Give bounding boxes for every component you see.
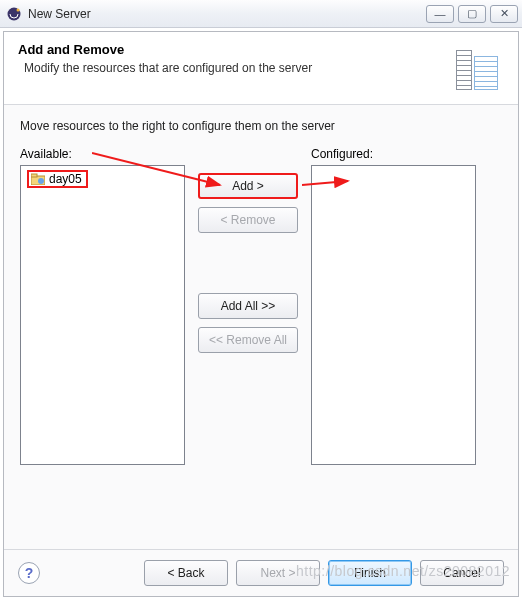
back-button[interactable]: < Back	[144, 560, 228, 586]
banner-subtitle: Modify the resources that are configured…	[18, 61, 456, 75]
configured-list[interactable]	[311, 165, 476, 465]
window-buttons: — ▢ ✕	[426, 5, 518, 23]
list-item-label: day05	[49, 172, 82, 186]
cancel-button[interactable]: Cancel	[420, 560, 504, 586]
svg-point-4	[38, 178, 44, 184]
available-column: Available: day05	[20, 147, 185, 465]
banner-title: Add and Remove	[18, 42, 456, 57]
next-button: Next >	[236, 560, 320, 586]
add-all-button[interactable]: Add All >>	[198, 293, 298, 319]
remove-button: < Remove	[198, 207, 298, 233]
instruction-text: Move resources to the right to configure…	[20, 119, 502, 133]
help-icon[interactable]: ?	[18, 562, 40, 584]
svg-rect-3	[31, 174, 37, 177]
finish-button[interactable]: Finish	[328, 560, 412, 586]
titlebar: New Server — ▢ ✕	[0, 0, 522, 28]
svg-point-1	[17, 8, 20, 11]
project-icon	[31, 173, 45, 185]
wizard-body: Move resources to the right to configure…	[4, 105, 518, 549]
server-icon	[456, 42, 504, 90]
available-list[interactable]: day05	[20, 165, 185, 465]
available-label: Available:	[20, 147, 185, 161]
close-button[interactable]: ✕	[490, 5, 518, 23]
maximize-button[interactable]: ▢	[458, 5, 486, 23]
wizard-footer: ? < Back Next > Finish Cancel	[4, 549, 518, 596]
list-item[interactable]: day05	[27, 170, 88, 188]
wizard-frame: Add and Remove Modify the resources that…	[3, 31, 519, 597]
wizard-banner: Add and Remove Modify the resources that…	[4, 32, 518, 105]
minimize-button[interactable]: —	[426, 5, 454, 23]
add-button[interactable]: Add >	[198, 173, 298, 199]
configured-label: Configured:	[311, 147, 476, 161]
remove-all-button: << Remove All	[198, 327, 298, 353]
window-title: New Server	[28, 7, 426, 21]
transfer-buttons: Add > < Remove Add All >> << Remove All	[193, 147, 303, 353]
configured-column: Configured:	[311, 147, 476, 465]
eclipse-icon	[6, 6, 22, 22]
